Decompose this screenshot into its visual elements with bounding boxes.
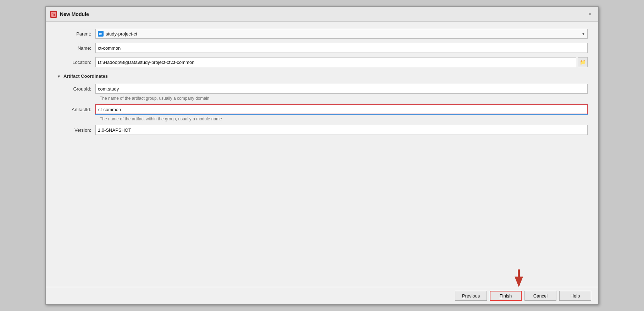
help-label: Help [571,293,580,299]
title-bar-left: m New Module [50,11,89,18]
new-module-dialog: m New Module × Parent: m study-project-c… [45,6,599,305]
name-input[interactable] [95,43,588,53]
svg-text:m: m [51,12,55,16]
artifact-coordinates-section: ▼ Artifact Coordinates [56,73,588,79]
finish-label: Finish [500,293,512,299]
version-row: Version: [56,125,588,135]
dialog-title: New Module [60,11,89,17]
section-toggle[interactable]: ▼ [56,74,61,79]
artifact-id-hint: The name of the artifact within the grou… [100,116,588,121]
version-label: Version: [56,127,95,133]
previous-label: Previous [462,293,480,299]
dialog-footer: Previous Finish Cancel Help [46,287,598,304]
group-id-label: GroupId: [56,86,95,92]
version-input[interactable] [95,125,588,135]
location-label: Location: [56,60,95,65]
parent-row: Parent: m study-project-ct ▼ [56,29,588,39]
parent-label: Parent: [56,31,95,37]
section-divider-line [111,76,588,76]
artifact-id-row: ArtifactId: [56,104,588,114]
parent-select-text: m study-project-ct [98,31,137,37]
finish-button[interactable]: Finish [490,291,522,301]
maven-icon: m [98,31,104,37]
help-button[interactable]: Help [559,291,591,301]
artifact-id-input[interactable] [95,104,588,114]
group-id-row: GroupId: [56,84,588,94]
folder-icon: 📁 [580,59,586,65]
name-label: Name: [56,45,95,51]
dropdown-chevron-icon: ▼ [582,32,585,36]
artifact-id-label: ArtifactId: [56,107,95,112]
name-row: Name: [56,43,588,53]
group-id-input[interactable] [95,84,588,94]
arrow-indicator [515,269,523,287]
previous-button[interactable]: Previous [455,291,487,301]
location-row: Location: 📁 [56,57,588,67]
location-input[interactable] [95,57,576,67]
cancel-button[interactable]: Cancel [524,291,556,301]
arrow-stem [518,269,520,277]
section-title: Artifact Coordinates [63,73,108,79]
arrow-down [515,277,523,287]
module-icon: m [50,11,57,18]
browse-button[interactable]: 📁 [578,57,588,67]
parent-value: study-project-ct [106,31,137,37]
dialog-body: Parent: m study-project-ct ▼ Name: Locat… [46,22,598,287]
title-bar: m New Module × [46,7,598,22]
group-id-hint: The name of the artifact group, usually … [100,96,588,101]
parent-select[interactable]: m study-project-ct ▼ [95,29,588,39]
close-button[interactable]: × [585,10,594,18]
cancel-label: Cancel [533,293,548,299]
